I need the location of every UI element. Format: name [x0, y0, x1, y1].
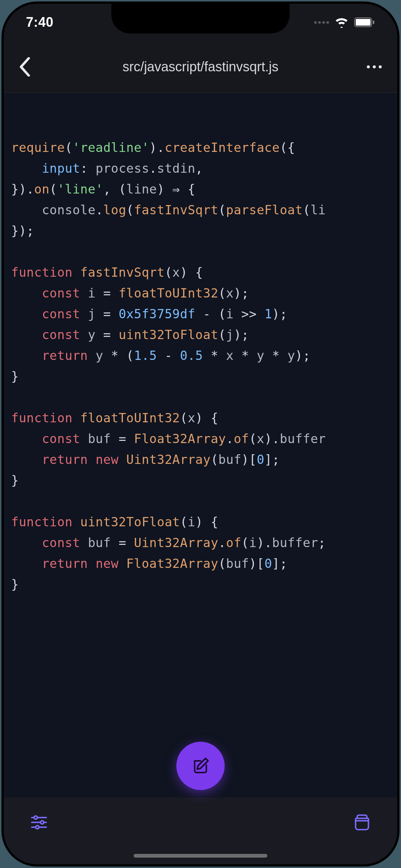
code-line: }).on('line', (line) ⇒ { [11, 179, 390, 200]
svg-point-7 [34, 816, 38, 819]
sliders-icon [29, 812, 49, 831]
file-path-title: src/javascript/fastinvsqrt.js [41, 59, 360, 75]
code-line: return new Uint32Array(buf)[0]; [11, 449, 390, 470]
code-line [11, 491, 390, 512]
settings-sliders-button[interactable] [26, 809, 52, 835]
svg-point-9 [40, 821, 44, 824]
edit-fab-button[interactable] [176, 742, 225, 790]
code-line: function fastInvSqrt(x) { [11, 262, 390, 283]
svg-point-11 [36, 826, 39, 829]
code-line: return new Float32Array(buf)[0]; [11, 553, 390, 574]
svg-point-4 [373, 65, 376, 68]
code-line: } [11, 574, 390, 595]
status-indicators [314, 17, 375, 28]
code-line: console.log(fastInvSqrt(parseFloat(li [11, 200, 390, 221]
more-options-button[interactable] [360, 65, 382, 69]
code-line: function floatToUInt32(x) { [11, 408, 390, 429]
svg-point-5 [379, 65, 382, 68]
wifi-icon [334, 17, 349, 28]
code-line [11, 241, 390, 262]
svg-rect-2 [373, 20, 374, 24]
svg-rect-1 [356, 19, 371, 26]
chevron-left-icon [19, 57, 31, 77]
navigation-bar: src/javascript/fastinvsqrt.js [4, 41, 397, 93]
code-line: const buf = Float32Array.of(x).buffer [11, 429, 390, 449]
box-archive-icon [352, 812, 372, 831]
battery-icon [354, 17, 375, 27]
code-line: require('readline').createInterface({ [11, 137, 390, 158]
status-time: 7:40 [26, 14, 53, 30]
svg-point-3 [367, 65, 370, 68]
code-line: const y = uint32ToFloat(j); [11, 325, 390, 345]
back-button[interactable] [19, 57, 41, 77]
code-line: } [11, 470, 390, 491]
more-horizontal-icon [366, 65, 382, 69]
code-line: const i = floatToUInt32(x); [11, 283, 390, 304]
code-line: const buf = Uint32Array.of(i).buffer; [11, 533, 390, 553]
device-notch [111, 4, 290, 33]
code-line: return y * (1.5 - 0.5 * x * y * y); [11, 345, 390, 366]
phone-frame: 7:40 src/javascript/fastinvsqrt.js requi… [4, 4, 397, 864]
pencil-square-icon [190, 756, 211, 776]
code-line: }); [11, 221, 390, 241]
code-line: function uint32ToFloat(i) { [11, 512, 390, 533]
code-line: } [11, 366, 390, 387]
code-line: input: process.stdin, [11, 158, 390, 179]
files-tabs-button[interactable] [349, 809, 375, 835]
code-line: const j = 0x5f3759df - (i >> 1); [11, 304, 390, 325]
code-editor-viewport[interactable]: require('readline').createInterface({ in… [4, 93, 397, 797]
code-content: require('readline').createInterface({ in… [11, 137, 390, 595]
home-indicator[interactable] [134, 854, 267, 858]
code-line [11, 387, 390, 408]
cellular-signal-icon [314, 21, 329, 24]
